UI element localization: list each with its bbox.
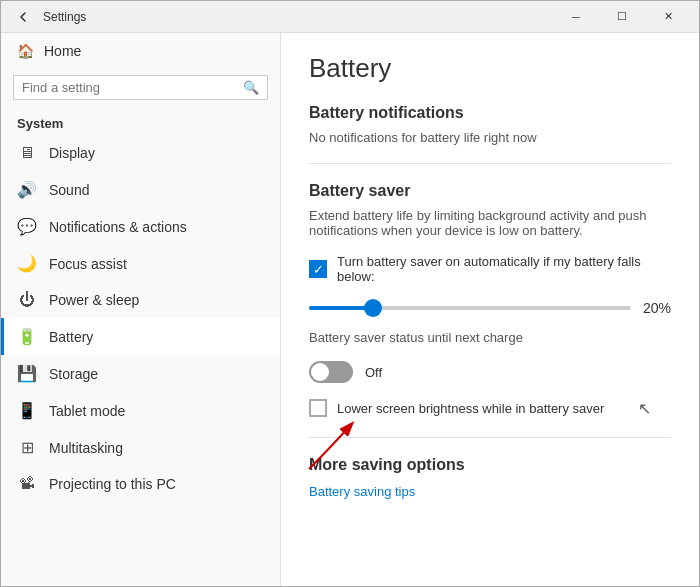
window-controls: ─ ☐ ✕	[553, 1, 691, 33]
project-label: Projecting to this PC	[49, 476, 176, 492]
battery-saver-desc: Extend battery life by limiting backgrou…	[309, 208, 671, 238]
auto-saver-row: ✓ Turn battery saver on automatically if…	[309, 254, 671, 284]
brightness-label: Lower screen brightness while in battery…	[337, 401, 604, 416]
sidebar-item-battery[interactable]: 🔋 Battery	[1, 318, 280, 355]
battery-notifications-subtitle: No notifications for battery life right …	[309, 130, 671, 145]
notifications-label: Notifications & actions	[49, 219, 187, 235]
sidebar-item-display[interactable]: 🖥 Display	[1, 135, 280, 171]
auto-saver-checkbox[interactable]: ✓	[309, 260, 327, 278]
window-title: Settings	[43, 10, 553, 24]
battery-nav-label: Battery	[49, 329, 93, 345]
sidebar-item-projecting[interactable]: 📽 Projecting to this PC	[1, 466, 280, 502]
battery-saver-toggle-row: Off	[309, 361, 671, 383]
minimize-button[interactable]: ─	[553, 1, 599, 33]
sidebar-item-power-sleep[interactable]: ⏻ Power & sleep	[1, 282, 280, 318]
tablet-label: Tablet mode	[49, 403, 125, 419]
close-button[interactable]: ✕	[645, 1, 691, 33]
more-options-title: More saving options	[309, 456, 671, 474]
battery-icon: 🔋	[17, 327, 37, 346]
multitask-icon: ⊞	[17, 438, 37, 457]
brightness-section: Lower screen brightness while in battery…	[309, 399, 671, 417]
divider-2	[309, 437, 671, 438]
tablet-icon: 📱	[17, 401, 37, 420]
home-label: Home	[44, 43, 81, 59]
titlebar: Settings ─ ☐ ✕	[1, 1, 699, 33]
battery-notifications-title: Battery notifications	[309, 104, 671, 122]
status-title: Battery saver status until next charge	[309, 330, 671, 345]
sidebar-item-tablet-mode[interactable]: 📱 Tablet mode	[1, 392, 280, 429]
toggle-knob	[311, 363, 329, 381]
divider-1	[309, 163, 671, 164]
system-section-label: System	[1, 106, 280, 135]
sidebar-item-storage[interactable]: 💾 Storage	[1, 355, 280, 392]
search-input[interactable]	[22, 80, 243, 95]
focus-icon: 🌙	[17, 254, 37, 273]
auto-saver-label: Turn battery saver on automatically if m…	[337, 254, 671, 284]
slider-track	[309, 306, 631, 310]
sidebar-item-home[interactable]: 🏠 Home	[1, 33, 280, 69]
settings-window: Settings ─ ☐ ✕ 🏠 Home 🔍 System 🖥 Display	[0, 0, 700, 587]
battery-slider[interactable]	[309, 298, 631, 318]
storage-label: Storage	[49, 366, 98, 382]
project-icon: 📽	[17, 475, 37, 493]
display-label: Display	[49, 145, 95, 161]
focus-label: Focus assist	[49, 256, 127, 272]
sidebar-item-multitasking[interactable]: ⊞ Multitasking	[1, 429, 280, 466]
brightness-checkbox[interactable]	[309, 399, 327, 417]
slider-thumb[interactable]	[364, 299, 382, 317]
content-area: Battery Battery notifications No notific…	[281, 33, 699, 586]
checkmark-icon: ✓	[313, 262, 324, 277]
storage-icon: 💾	[17, 364, 37, 383]
sidebar-item-sound[interactable]: 🔊 Sound	[1, 171, 280, 208]
sidebar-item-notifications[interactable]: 💬 Notifications & actions	[1, 208, 280, 245]
back-button[interactable]	[9, 3, 37, 31]
page-title: Battery	[309, 53, 671, 84]
search-box[interactable]: 🔍	[13, 75, 268, 100]
sidebar: 🏠 Home 🔍 System 🖥 Display 🔊 Sound 💬 Noti…	[1, 33, 281, 586]
battery-saver-title: Battery saver	[309, 182, 671, 200]
sound-label: Sound	[49, 182, 89, 198]
toggle-label: Off	[365, 365, 382, 380]
battery-saver-toggle[interactable]	[309, 361, 353, 383]
display-icon: 🖥	[17, 144, 37, 162]
sound-icon: 🔊	[17, 180, 37, 199]
search-icon: 🔍	[243, 80, 259, 95]
notifications-icon: 💬	[17, 217, 37, 236]
power-icon: ⏻	[17, 291, 37, 309]
main-layout: 🏠 Home 🔍 System 🖥 Display 🔊 Sound 💬 Noti…	[1, 33, 699, 586]
battery-slider-row: 20%	[309, 298, 671, 318]
cursor-icon: ↖	[638, 399, 651, 418]
sidebar-item-focus-assist[interactable]: 🌙 Focus assist	[1, 245, 280, 282]
maximize-button[interactable]: ☐	[599, 1, 645, 33]
multitask-label: Multitasking	[49, 440, 123, 456]
battery-tips-link[interactable]: Battery saving tips	[309, 484, 415, 499]
brightness-row: Lower screen brightness while in battery…	[309, 399, 671, 417]
power-label: Power & sleep	[49, 292, 139, 308]
home-icon: 🏠	[17, 43, 34, 59]
slider-value: 20%	[643, 300, 671, 316]
